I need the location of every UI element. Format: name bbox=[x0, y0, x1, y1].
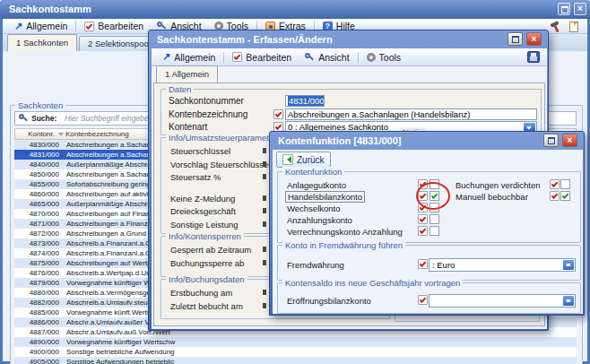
field-stub[interactable] bbox=[263, 290, 266, 295]
cell-kontonr: 4879/000 bbox=[14, 278, 59, 288]
edit-marker-icon[interactable] bbox=[550, 179, 560, 189]
field-label: Erstbuchung am bbox=[170, 288, 232, 298]
tab-allgemein[interactable]: 1 Allgemein bbox=[156, 65, 218, 82]
checkbox-label-wechselkonto: Wechselkonto bbox=[287, 204, 341, 213]
function-dialog-body: Zurück Kontenfunktion AnlagegutkontoBuch… bbox=[273, 150, 583, 314]
groupbox-label: Info/Buchungsdaten bbox=[166, 274, 247, 284]
toolbar-right bbox=[550, 19, 578, 34]
new-document-icon[interactable] bbox=[569, 22, 578, 32]
checkbox-row: Verrechnungskonto Anzahlung bbox=[278, 226, 580, 238]
tools-icon bbox=[367, 53, 376, 62]
edit-icon bbox=[232, 52, 242, 62]
function-dialog: Kontenfunktion [4831/000] × Zurück Konte… bbox=[269, 131, 585, 316]
edit-icon bbox=[84, 22, 94, 31]
edit-marker-icon[interactable] bbox=[418, 295, 428, 305]
hammer-icon[interactable] bbox=[550, 21, 561, 32]
restore-icon[interactable] bbox=[508, 32, 523, 46]
field-label: Vorschlag Steuerschlüssel bbox=[170, 160, 270, 169]
field-stub[interactable] bbox=[263, 303, 266, 308]
edit-marker-icon[interactable] bbox=[418, 214, 428, 224]
spinner-icon[interactable] bbox=[563, 296, 574, 306]
column-header-kontonr[interactable]: Kontonr. bbox=[15, 129, 55, 139]
magnifier-icon bbox=[304, 52, 315, 63]
edit-dialog-menubar: ↗AllgemeinBearbeitenAnsichtTools bbox=[152, 48, 547, 66]
edit-marker-icon[interactable] bbox=[418, 259, 428, 269]
kontenbezeichnung-field[interactable]: Abschreibungen a.Sachanlagen (Handelsbil… bbox=[285, 108, 537, 120]
sort-descending-icon bbox=[58, 133, 64, 139]
cell-kontonr: 4905/000 bbox=[14, 357, 59, 364]
tab-1-sachkonten[interactable]: 1 Sachkonten bbox=[7, 34, 77, 51]
table-row[interactable]: 4900/000Sonstige betriebliche Aufwendung bbox=[14, 347, 577, 357]
cell-kontonr: 4860/000 bbox=[14, 189, 59, 199]
checkbox[interactable] bbox=[429, 226, 439, 236]
groupbox-label: Kontensaldo ins neue Geschäftsjahr vortr… bbox=[282, 278, 463, 288]
cell-kontenbezeichnung: Vorwegnahme künftiger Wertschw bbox=[66, 337, 577, 347]
field-stub[interactable] bbox=[263, 148, 266, 153]
fremdwaehrung-dropdown[interactable]: : Euro bbox=[429, 258, 576, 272]
edit-marker-icon[interactable] bbox=[418, 226, 428, 236]
field-label: Eröffnungsbilanzkonto bbox=[287, 296, 371, 306]
field-label: Dreiecksgeschäft bbox=[170, 206, 236, 216]
menu-item-allgemein[interactable]: ↗Allgemein bbox=[8, 19, 74, 33]
field-label: Fremdwährung bbox=[287, 260, 344, 270]
table-row[interactable]: 4890/000Vorwegnahme künftiger Wertschw bbox=[14, 337, 577, 347]
field-stub[interactable] bbox=[263, 247, 266, 252]
field-label: Zuletzt bebucht am bbox=[170, 301, 243, 311]
menu-item-tools[interactable]: Tools bbox=[360, 50, 408, 65]
menu-item-bearbeiten[interactable]: Bearbeiten bbox=[78, 19, 150, 33]
checkbox-label-verrechnungskonto-anzahlung: Verrechnungskonto Anzahlung bbox=[287, 227, 403, 237]
close-icon[interactable]: × bbox=[562, 134, 577, 147]
screen: Sachkontostamm × ↗AllgemeinBearbeitenAns… bbox=[0, 0, 590, 364]
cell-kontonr: 4885/000 bbox=[14, 308, 59, 317]
checkbox-checked[interactable] bbox=[560, 191, 570, 201]
menu-item-label: Bearbeiten bbox=[98, 21, 143, 31]
save-icon[interactable] bbox=[527, 51, 540, 63]
table-row[interactable]: 4905/000Sonstige Aufwendungen betrieblic bbox=[14, 357, 577, 364]
sachkontonummer-field[interactable]: 4831/000 bbox=[285, 95, 325, 107]
cell-kontenbezeichnung: Sonstige betriebliche Aufwendung bbox=[66, 347, 577, 357]
field-stub[interactable] bbox=[263, 260, 266, 265]
field-label: Sonstige Leistung bbox=[170, 220, 239, 230]
cell-kontenbezeichnung: Sonstige Aufwendungen betrieblic bbox=[66, 357, 577, 364]
column-header-kontenbezeichnung[interactable]: Kontenbezeichnung bbox=[65, 129, 129, 139]
spinner-icon[interactable] bbox=[563, 260, 574, 270]
cell-kontonr: 4871/000 bbox=[14, 219, 59, 229]
close-icon[interactable]: × bbox=[574, 3, 586, 15]
function-dialog-titlebar: Kontenfunktion [4831/000] × bbox=[273, 132, 581, 150]
menu-item-bearbeiten[interactable]: Bearbeiten bbox=[226, 50, 298, 65]
field-stub[interactable] bbox=[263, 161, 266, 167]
cell-kontonr: 4850/000 bbox=[14, 169, 59, 179]
dropdown-arrow-icon[interactable] bbox=[524, 123, 535, 131]
checkbox-label-manuell-bebuchbar: Manuell bebuchbar bbox=[456, 192, 528, 202]
restore-icon[interactable] bbox=[558, 3, 570, 15]
eroeffnungsbilanzkonto-dropdown[interactable] bbox=[429, 294, 576, 308]
back-button[interactable]: Zurück bbox=[276, 152, 331, 168]
checkbox[interactable] bbox=[560, 179, 570, 189]
field-stub[interactable] bbox=[263, 174, 266, 179]
cell-kontonr: 4855/000 bbox=[14, 179, 59, 189]
restore-icon[interactable] bbox=[543, 134, 559, 147]
close-icon[interactable]: × bbox=[526, 32, 542, 46]
edit-dialog-titlebar: Sachkontenstamm - Erfassen/Ändern × bbox=[152, 30, 545, 48]
menu-item-label: Allgemein bbox=[174, 52, 215, 63]
field-stub[interactable] bbox=[263, 195, 266, 201]
cell-kontonr: 4875/000 bbox=[14, 258, 59, 268]
checkbox-label-buchungen-verdichten: Buchungen verdichten bbox=[456, 180, 541, 190]
field-stub[interactable] bbox=[263, 221, 266, 227]
menu-item-label: Allgemein bbox=[26, 21, 67, 31]
search-label: Suche: bbox=[31, 112, 56, 125]
menu-item-label: Tools bbox=[379, 52, 402, 63]
field-stub[interactable] bbox=[263, 208, 266, 213]
menu-item-ansicht[interactable]: Ansicht bbox=[298, 50, 355, 65]
cell-kontonr: 4840/000 bbox=[14, 160, 59, 169]
groupbox-label: Info/Umsatzsteuerparameter bbox=[166, 133, 279, 143]
checkbox[interactable] bbox=[429, 214, 439, 224]
cell-kontonr: 4874/000 bbox=[14, 248, 59, 258]
groupbox-label: Kontenfunktion bbox=[282, 167, 344, 177]
edit-marker-icon[interactable] bbox=[273, 109, 283, 119]
menu-item-allgemein[interactable]: ↗Allgemein bbox=[156, 50, 221, 65]
field-label: Kontenbezeichnung bbox=[169, 109, 247, 119]
edit-marker-icon[interactable] bbox=[550, 191, 560, 201]
main-titlebar: Sachkontostamm × bbox=[0, 0, 590, 19]
cell-kontonr: 4880/000 bbox=[14, 288, 59, 298]
